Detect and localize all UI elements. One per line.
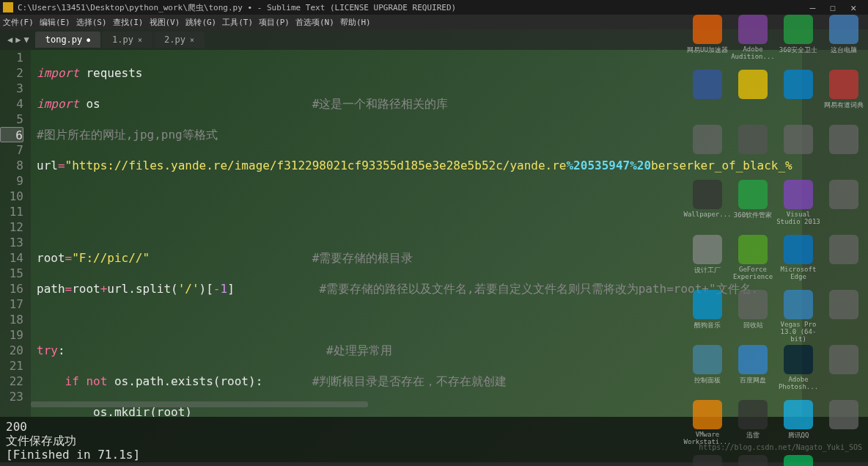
tab-label: 1.py [112,34,133,45]
titlebar: C:\Users\13451\Desktop\python_work\爬虫\to… [0,0,868,15]
line-number: 3 [0,81,23,96]
console-line: 200 [6,420,862,434]
modified-dot-icon: ● [87,37,90,43]
line-number: 5 [0,112,23,127]
horizontal-scrollbar[interactable] [31,401,368,407]
line-number: 12 [0,219,23,235]
close-button[interactable]: ✕ [850,2,856,13]
line-number: 22 [0,374,23,389]
menu-file[interactable]: 文件(F) [3,17,34,28]
menu-goto[interactable]: 跳转(G) [185,17,216,28]
line-number: 18 [0,312,23,327]
maximize-button[interactable]: ☐ [830,2,836,13]
line-number: 8 [0,158,23,173]
editor-area[interactable]: 1234567891011121314151617181920212223 im… [0,50,868,417]
line-number: 19 [0,327,23,343]
menu-view[interactable]: 视图(V) [150,17,180,28]
line-number: 21 [0,358,23,374]
menu-project[interactable]: 项目(P) [259,17,290,28]
line-number: 17 [0,296,23,312]
tab-label: 2.py [164,34,185,45]
line-number: 15 [0,266,23,281]
line-number: 10 [0,189,23,204]
line-number: 14 [0,250,23,266]
menu-select[interactable]: 选择(S) [76,17,107,28]
tab-label: tong.py [45,34,83,45]
tab-close-icon[interactable]: × [190,36,194,44]
tabbar: ◀ ▶ ▼ tong.py●1.py×2.py× [0,29,868,50]
line-number: 23 [0,389,23,404]
line-number: 11 [0,204,23,219]
line-gutter: 1234567891011121314151617181920212223 [0,50,31,417]
line-number: 7 [0,142,23,158]
build-output-panel[interactable]: 200 文件保存成功 [Finished in 71.1s] [0,417,868,462]
tab-1-py[interactable]: 1.py× [102,32,152,48]
line-number: 9 [0,173,23,189]
menu-edit[interactable]: 编辑(E) [40,17,70,28]
nav-down-icon[interactable]: ▼ [23,34,29,45]
watermark-text: https://blog.csdn.net/Nagato_Yuki_SOS [699,443,862,451]
tab-tong-py[interactable]: tong.py● [35,32,100,48]
line-number: 20 [0,343,23,358]
menu-help[interactable]: 帮助(H) [340,17,371,28]
window-title: C:\Users\13451\Desktop\python_work\爬虫\to… [18,2,456,13]
app-icon [3,2,13,12]
code-content[interactable]: import requests import os #这是一个和路径相关的库 #… [31,50,802,417]
minimize-button[interactable]: — [810,2,816,13]
tab-close-icon[interactable]: × [138,36,142,44]
tab-2-py[interactable]: 2.py× [154,32,205,48]
menubar: 文件(F) 编辑(E) 选择(S) 查找(I) 视图(V) 跳转(G) 工具(T… [0,15,868,29]
nav-back-icon[interactable]: ◀ [7,34,12,45]
line-number: 6 [0,127,23,142]
line-number: 1 [0,50,23,65]
minimap[interactable] [802,50,868,417]
menu-prefs[interactable]: 首选项(N) [295,17,334,28]
nav-forward-icon[interactable]: ▶ [15,34,21,45]
line-number: 16 [0,281,23,296]
statusbar: ▭ ASCII, Line 22, Column 8 Tab Size: 4 P… [0,462,868,466]
line-number: 13 [0,235,23,250]
menu-tools[interactable]: 工具(T) [222,17,253,28]
menu-find[interactable]: 查找(I) [113,17,144,28]
line-number: 4 [0,96,23,112]
line-number: 2 [0,65,23,81]
